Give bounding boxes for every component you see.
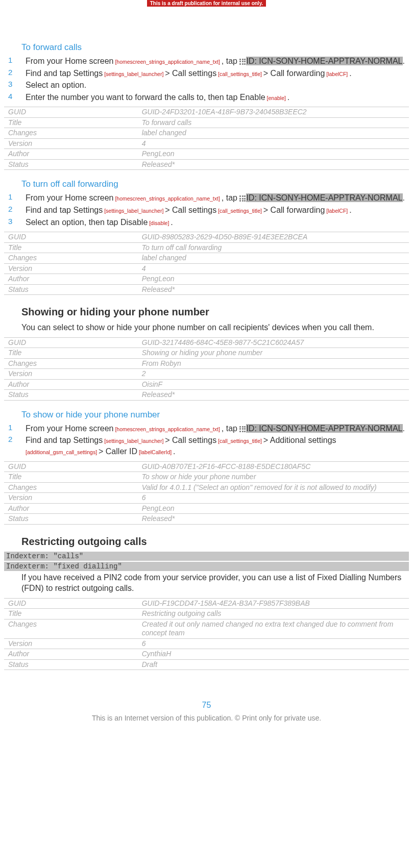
- step-number: 2: [4, 68, 26, 77]
- string-tag: [additional_gsm_call_settings]: [26, 449, 99, 455]
- meta-table-restrict: GUIDGUID-F19CDD47-158A-4E2A-B3A7-F9857F3…: [4, 598, 409, 671]
- string-tag: [call_settings_title]: [216, 208, 263, 214]
- steps-turnoff: 1From your Home screen [homescreen_strin…: [4, 192, 409, 228]
- string-tag: [homescreen_strings_application_name_txt…: [114, 426, 222, 432]
- meta-table-showhide: GUIDGUID-A0B707E1-2F16-4FCC-8188-E5DEC18…: [4, 461, 409, 525]
- indexterm: Indexterm: "calls": [4, 552, 409, 561]
- step-number: 2: [4, 205, 26, 213]
- page-number: 75: [4, 701, 409, 710]
- step-number: 4: [4, 92, 26, 101]
- meta-table-turnoff: GUIDGUID-89805283-2629-4D50-B89E-914E3EE…: [4, 232, 409, 295]
- icon-id-tag: ID: ICN-SONY-HOME-APPTRAY-NORMAL: [246, 57, 402, 65]
- step-text: Find and tap Settings [settings_label_la…: [26, 68, 409, 79]
- step-text: From your Home screen [homescreen_string…: [26, 56, 409, 67]
- heading-turnoff-forwarding: To turn off call forwarding: [21, 179, 409, 189]
- steps-showhide: 1From your Home screen [homescreen_strin…: [4, 423, 409, 457]
- step-text: Select an option, then tap Disable [disa…: [26, 217, 409, 228]
- string-tag: [homescreen_strings_application_name_txt…: [114, 59, 222, 65]
- string-tag: [settings_label_launcher]: [103, 208, 165, 214]
- string-tag: [homescreen_strings_application_name_txt…: [114, 195, 222, 202]
- string-tag: [disable]: [148, 220, 171, 226]
- string-tag: [settings_label_launcher]: [103, 71, 165, 77]
- step-number: 3: [4, 217, 26, 226]
- apptray-icon: [239, 426, 246, 432]
- step-text: From your Home screen [homescreen_string…: [26, 423, 409, 434]
- meta-table-showhide-intro: GUIDGUID-32174486-684C-45E8-9877-5C21C60…: [4, 337, 409, 401]
- apptray-icon: [239, 59, 246, 65]
- step-number: 1: [4, 423, 26, 432]
- string-tag: [call_settings_title]: [216, 71, 263, 77]
- body-show-hide: You can select to show or hide your phon…: [21, 322, 409, 333]
- heading-restrict: Restricting outgoing calls: [21, 536, 409, 548]
- string-tag: [labelCF]: [325, 208, 349, 214]
- step-text: Find and tap Settings [settings_label_la…: [26, 435, 409, 457]
- step-text: Enter the number you want to forward the…: [26, 92, 409, 103]
- icon-id-tag: ID: ICN-SONY-HOME-APPTRAY-NORMAL: [246, 193, 402, 202]
- apptray-icon: [239, 195, 246, 202]
- indexterm: Indexterm: "fixed dialling": [4, 562, 409, 571]
- string-tag: [call_settings_title]: [216, 438, 263, 444]
- body-restrict: If you have received a PIN2 code from yo…: [21, 572, 409, 594]
- step-number: 1: [4, 192, 26, 201]
- meta-table-forward: GUIDGUID-24FD3201-10EA-418F-9B73-240458B…: [4, 107, 409, 170]
- step-text: Find and tap Settings [settings_label_la…: [26, 205, 409, 216]
- icon-id-tag: ID: ICN-SONY-HOME-APPTRAY-NORMAL: [246, 424, 402, 433]
- step-text: From your Home screen [homescreen_string…: [26, 192, 409, 204]
- step-text: Select an option.: [26, 80, 409, 91]
- string-tag: [labelCallerId]: [137, 449, 173, 455]
- step-number: 3: [4, 80, 26, 88]
- steps-forward-calls: 1From your Home screen [homescreen_strin…: [4, 56, 409, 103]
- footer-text: This is an Internet version of this publ…: [4, 714, 409, 722]
- string-tag: [labelCF]: [325, 71, 349, 77]
- step-number: 2: [4, 435, 26, 443]
- heading-show-hide-proc: To show or hide your phone number: [21, 410, 409, 420]
- step-number: 1: [4, 56, 26, 64]
- heading-show-hide-section: Showing or hiding your phone number: [21, 306, 409, 318]
- draft-banner: This is a draft publication for internal…: [147, 0, 266, 7]
- string-tag: [enable]: [265, 95, 287, 101]
- string-tag: [settings_label_launcher]: [103, 438, 165, 444]
- heading-forward-calls: To forward calls: [21, 42, 409, 53]
